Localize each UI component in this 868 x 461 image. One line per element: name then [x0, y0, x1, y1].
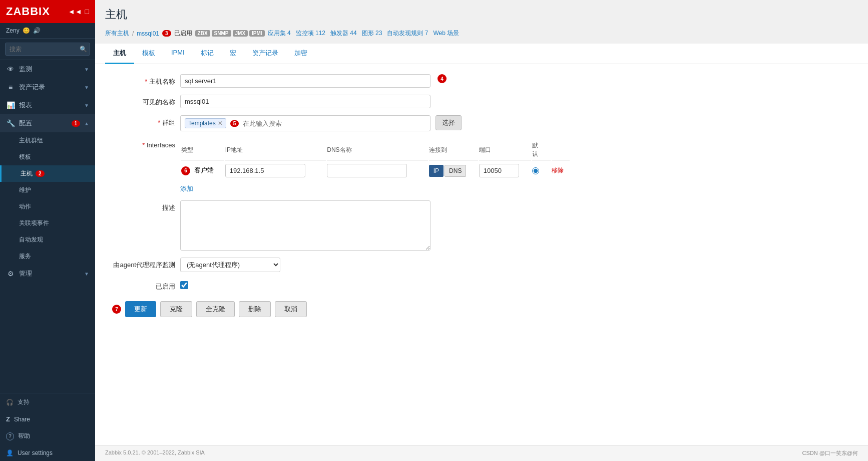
corr-event-label: 关联项事件	[19, 219, 49, 227]
main-content: 主机 所有主机 / mssql01 3 已启用 ZBX SNMP JMX IPM…	[95, 0, 868, 461]
iface-default	[532, 167, 547, 174]
maintenance-label: 维护	[19, 186, 31, 194]
hostname-input[interactable]	[180, 74, 430, 88]
share-icon: Z	[6, 415, 10, 423]
user-settings-icon: 👤	[6, 449, 14, 456]
iface-remove-btn[interactable]: 移除	[552, 167, 564, 174]
tab-asset[interactable]: 资产记录	[244, 44, 286, 64]
sidebar-item-discovery[interactable]: 自动发现	[0, 232, 95, 248]
breadcrumb-link-items[interactable]: 监控项 112	[296, 29, 325, 38]
discovery-label: 自动发现	[19, 236, 43, 244]
interfaces-table: 类型 IP地址 DNS名称 连接到 端口 默认 6	[180, 138, 571, 180]
service-label: 服务	[19, 252, 31, 261]
breadcrumb-links: 应用集 4 监控项 112 触发器 44 图形 23 自动发现规则 7 Web …	[268, 29, 460, 38]
main-header: 主机 所有主机 / mssql01 3 已启用 ZBX SNMP JMX IPM…	[95, 0, 868, 44]
main-footer: Zabbix 5.0.21. © 2001–2022, Zabbix SIA C…	[95, 445, 868, 461]
breadcrumb-count-badge: 3	[162, 30, 171, 37]
sidebar-item-config[interactable]: 🔧 配置 1 ▲	[0, 114, 95, 132]
connect-dns-btn[interactable]: DNS	[445, 165, 466, 177]
col-dns: DNS名称	[327, 139, 428, 161]
arrow-icon: ▲	[84, 121, 89, 126]
tab-host[interactable]: 主机	[105, 44, 134, 64]
iface-default-radio[interactable]	[532, 167, 539, 174]
interfaces-label: Interfaces	[110, 138, 175, 149]
description-textarea[interactable]	[180, 200, 430, 251]
config-icon: 🔧	[6, 119, 15, 127]
sidebar-item-asset[interactable]: ≡ 资产记录 ▼	[0, 78, 95, 96]
form-row-group: 群组 Templates ✕ 5 选择	[110, 115, 853, 131]
breadcrumb-tags: ZBX SNMP JMX IPMI	[195, 30, 265, 37]
sidebar-item-service[interactable]: 服务	[0, 248, 95, 265]
arrow-icon: ▼	[84, 67, 89, 72]
agent-monitor-select[interactable]: (无agent代理程序)	[180, 258, 280, 272]
visible-name-input[interactable]	[180, 95, 430, 108]
breadcrumb-host[interactable]: mssql01	[137, 30, 159, 37]
group-search-input[interactable]	[241, 119, 329, 128]
tab-template[interactable]: 模板	[134, 44, 163, 64]
tab-macro[interactable]: 宏	[222, 44, 244, 64]
sidebar-item-host[interactable]: 主机 2	[0, 165, 95, 182]
form-row-description: 描述	[110, 200, 853, 251]
sidebar-user-settings[interactable]: 👤 User settings	[0, 445, 95, 461]
tab-ipmi[interactable]: IPMI	[163, 44, 193, 64]
sidebar-item-corr-event[interactable]: 关联项事件	[0, 215, 95, 232]
breadcrumb-link-appset[interactable]: 应用集 4	[268, 29, 291, 38]
asset-icon: ≡	[6, 83, 15, 91]
iface-ip-input[interactable]	[225, 164, 305, 177]
footer-right: CSDN @口一笑东@何	[802, 449, 858, 457]
host-badge: 2	[36, 170, 45, 177]
tag-snmp: SNMP	[212, 30, 231, 37]
sidebar-item-action[interactable]: 动作	[0, 198, 95, 215]
sidebar-share[interactable]: Z Share	[0, 411, 95, 427]
sidebar-item-hostgroup[interactable]: 主机群组	[0, 132, 95, 149]
tab-tags[interactable]: 标记	[193, 44, 222, 64]
group-input-box[interactable]: Templates ✕ 5	[180, 115, 430, 131]
breadcrumb-home[interactable]: 所有主机	[105, 29, 129, 38]
iface-connect-buttons: IP DNS	[429, 165, 475, 177]
step5-badge: 5	[230, 120, 239, 127]
breadcrumb-link-web[interactable]: Web 场景	[433, 29, 459, 38]
breadcrumb-link-discovery[interactable]: 自动发现规则 7	[387, 29, 428, 38]
group-input-wrap: Templates ✕ 5	[180, 115, 430, 131]
col-port: 端口	[479, 139, 531, 161]
breadcrumb-link-graphs[interactable]: 图形 23	[362, 29, 382, 38]
iface-dns-input[interactable]	[327, 164, 407, 177]
tab-encrypt[interactable]: 加密	[286, 44, 315, 64]
sidebar-item-report[interactable]: 📊 报表 ▼	[0, 96, 95, 114]
hostgroup-label: 主机群组	[19, 136, 43, 145]
connect-ip-btn[interactable]: IP	[429, 165, 444, 177]
breadcrumb: 所有主机 / mssql01 3 已启用 ZBX SNMP JMX IPMI 应…	[105, 26, 858, 41]
expand-icon[interactable]: □	[85, 8, 89, 16]
description-label: 描述	[110, 200, 175, 212]
form-container: 主机名称 4 可见的名称 群组 Templates ✕ 5 选择	[95, 64, 868, 445]
group-tag-templates: Templates ✕	[185, 118, 226, 128]
delete-button[interactable]: 删除	[239, 301, 271, 317]
collapse-icon[interactable]: ◄◄	[68, 8, 82, 16]
enabled-checkbox[interactable]	[180, 281, 188, 289]
sidebar-item-admin[interactable]: ⚙ 管理 ▼	[0, 265, 95, 283]
sidebar-item-monitor[interactable]: 👁 监测 ▼	[0, 60, 95, 78]
sidebar-item-template[interactable]: 模板	[0, 149, 95, 165]
full-clone-button[interactable]: 全克隆	[196, 301, 235, 317]
add-interface-link[interactable]: 添加	[180, 185, 193, 192]
col-connect: 连接到	[429, 139, 478, 161]
report-icon: 📊	[6, 101, 15, 109]
support-icon: 🎧	[6, 399, 14, 406]
tag-close-btn[interactable]: ✕	[218, 120, 223, 127]
col-type: 类型	[181, 139, 224, 161]
interfaces-wrap: 类型 IP地址 DNS名称 连接到 端口 默认 6	[180, 138, 571, 193]
clone-button[interactable]: 克隆	[160, 301, 192, 317]
search-input[interactable]	[5, 43, 90, 56]
sidebar-help[interactable]: ? 帮助	[0, 427, 95, 445]
form-row-visible-name: 可见的名称	[110, 95, 853, 108]
iface-port-input[interactable]	[479, 164, 519, 177]
sidebar-item-maintenance[interactable]: 维护	[0, 182, 95, 198]
sidebar-nav: 👁 监测 ▼ ≡ 资产记录 ▼ 📊 报表 ▼ 🔧 配置 1 ▲ 主机群组 模板	[0, 60, 95, 393]
cancel-button[interactable]: 取消	[275, 301, 307, 317]
sidebar-bottom: 🎧 支持 Z Share ? 帮助 👤 User settings	[0, 393, 95, 461]
sidebar-support[interactable]: 🎧 支持	[0, 393, 95, 411]
group-select-button[interactable]: 选择	[436, 115, 462, 130]
update-button[interactable]: 更新	[125, 301, 156, 317]
breadcrumb-link-triggers[interactable]: 触发器 44	[330, 29, 357, 38]
sidebar-item-label: 配置	[19, 119, 68, 128]
